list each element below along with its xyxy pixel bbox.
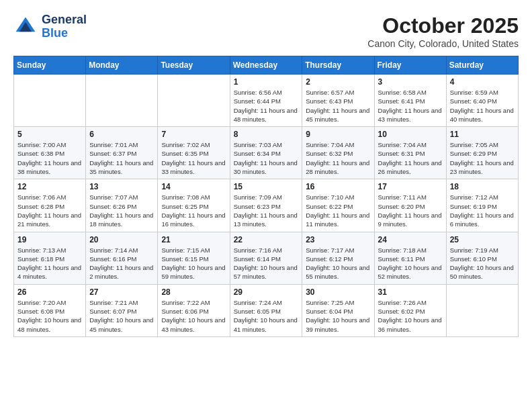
calendar-cell xyxy=(158,75,230,127)
day-number: 31 xyxy=(378,287,443,297)
title-section: October 2025 Canon City, Colorado, Unite… xyxy=(367,13,519,49)
day-number: 11 xyxy=(450,130,515,139)
calendar-cell: 25Sunrise: 7:19 AM Sunset: 6:10 PM Dayli… xyxy=(446,232,518,284)
day-info: Sunrise: 6:56 AM Sunset: 6:44 PM Dayligh… xyxy=(234,88,299,124)
calendar-cell: 21Sunrise: 7:15 AM Sunset: 6:15 PM Dayli… xyxy=(158,232,230,284)
calendar-cell: 15Sunrise: 7:09 AM Sunset: 6:23 PM Dayli… xyxy=(230,179,302,232)
weekday-header: Tuesday xyxy=(158,56,230,75)
logo: General Blue xyxy=(13,13,87,40)
calendar-cell: 13Sunrise: 7:07 AM Sunset: 6:26 PM Dayli… xyxy=(86,179,158,232)
day-number: 30 xyxy=(306,287,370,297)
calendar-cell: 1Sunrise: 6:56 AM Sunset: 6:44 PM Daylig… xyxy=(230,75,302,127)
calendar-cell: 20Sunrise: 7:14 AM Sunset: 6:16 PM Dayli… xyxy=(86,232,158,284)
day-number: 7 xyxy=(161,130,226,139)
calendar-cell: 24Sunrise: 7:18 AM Sunset: 6:11 PM Dayli… xyxy=(374,232,446,284)
day-info: Sunrise: 7:04 AM Sunset: 6:31 PM Dayligh… xyxy=(378,140,443,176)
calendar-cell: 29Sunrise: 7:24 AM Sunset: 6:05 PM Dayli… xyxy=(230,284,302,336)
calendar-cell: 9Sunrise: 7:04 AM Sunset: 6:32 PM Daylig… xyxy=(302,127,374,179)
day-info: Sunrise: 7:00 AM Sunset: 6:38 PM Dayligh… xyxy=(17,140,82,176)
day-number: 29 xyxy=(234,287,299,297)
day-info: Sunrise: 6:57 AM Sunset: 6:43 PM Dayligh… xyxy=(306,88,370,124)
calendar-week-row: 5Sunrise: 7:00 AM Sunset: 6:38 PM Daylig… xyxy=(14,127,519,179)
weekday-header: Saturday xyxy=(446,56,518,75)
day-number: 5 xyxy=(17,130,82,139)
calendar-cell: 23Sunrise: 7:17 AM Sunset: 6:12 PM Dayli… xyxy=(302,232,374,284)
day-info: Sunrise: 7:15 AM Sunset: 6:15 PM Dayligh… xyxy=(161,246,226,281)
day-number: 28 xyxy=(161,287,226,297)
day-info: Sunrise: 7:21 AM Sunset: 6:07 PM Dayligh… xyxy=(89,298,154,334)
calendar-body: 1Sunrise: 6:56 AM Sunset: 6:44 PM Daylig… xyxy=(14,75,519,337)
calendar-cell: 6Sunrise: 7:01 AM Sunset: 6:37 PM Daylig… xyxy=(86,127,158,179)
day-number: 26 xyxy=(17,287,82,297)
day-info: Sunrise: 7:13 AM Sunset: 6:18 PM Dayligh… xyxy=(17,246,82,281)
day-number: 4 xyxy=(450,77,515,87)
day-number: 10 xyxy=(378,130,443,139)
weekday-header: Thursday xyxy=(302,56,374,75)
day-number: 24 xyxy=(378,235,443,244)
day-number: 12 xyxy=(17,182,82,191)
day-info: Sunrise: 7:11 AM Sunset: 6:20 PM Dayligh… xyxy=(378,193,443,228)
day-number: 15 xyxy=(234,182,299,191)
calendar-week-row: 26Sunrise: 7:20 AM Sunset: 6:08 PM Dayli… xyxy=(14,284,519,336)
day-number: 27 xyxy=(89,287,154,297)
calendar-cell: 18Sunrise: 7:12 AM Sunset: 6:19 PM Dayli… xyxy=(446,179,518,232)
day-number: 9 xyxy=(306,130,370,139)
day-info: Sunrise: 7:09 AM Sunset: 6:23 PM Dayligh… xyxy=(234,193,299,228)
day-info: Sunrise: 7:10 AM Sunset: 6:22 PM Dayligh… xyxy=(306,193,370,228)
calendar-cell: 12Sunrise: 7:06 AM Sunset: 6:28 PM Dayli… xyxy=(14,179,86,232)
calendar-week-row: 19Sunrise: 7:13 AM Sunset: 6:18 PM Dayli… xyxy=(14,232,519,284)
location-title: Canon City, Colorado, United States xyxy=(367,38,519,49)
logo-line2: Blue xyxy=(42,27,87,40)
calendar-cell: 22Sunrise: 7:16 AM Sunset: 6:14 PM Dayli… xyxy=(230,232,302,284)
page-header: General Blue October 2025 Canon City, Co… xyxy=(13,13,519,49)
day-number: 13 xyxy=(89,182,154,191)
calendar-cell: 14Sunrise: 7:08 AM Sunset: 6:25 PM Dayli… xyxy=(158,179,230,232)
day-info: Sunrise: 7:08 AM Sunset: 6:25 PM Dayligh… xyxy=(161,193,226,228)
day-number: 2 xyxy=(306,77,370,87)
day-number: 20 xyxy=(89,235,154,244)
day-info: Sunrise: 7:07 AM Sunset: 6:26 PM Dayligh… xyxy=(89,193,154,228)
day-number: 21 xyxy=(161,235,226,244)
day-number: 6 xyxy=(89,130,154,139)
weekday-header: Wednesday xyxy=(230,56,302,75)
day-number: 25 xyxy=(450,235,515,244)
day-info: Sunrise: 7:12 AM Sunset: 6:19 PM Dayligh… xyxy=(450,193,515,228)
calendar-cell xyxy=(14,75,86,127)
calendar-table: SundayMondayTuesdayWednesdayThursdayFrid… xyxy=(13,56,519,337)
day-number: 22 xyxy=(234,235,299,244)
calendar-cell: 4Sunrise: 6:59 AM Sunset: 6:40 PM Daylig… xyxy=(446,75,518,127)
day-info: Sunrise: 6:59 AM Sunset: 6:40 PM Dayligh… xyxy=(450,88,515,124)
calendar-cell: 8Sunrise: 7:03 AM Sunset: 6:34 PM Daylig… xyxy=(230,127,302,179)
day-info: Sunrise: 7:03 AM Sunset: 6:34 PM Dayligh… xyxy=(234,140,299,176)
logo-line1: General xyxy=(42,13,87,27)
day-number: 17 xyxy=(378,182,443,191)
weekday-header: Friday xyxy=(374,56,446,75)
calendar-week-row: 1Sunrise: 6:56 AM Sunset: 6:44 PM Daylig… xyxy=(14,75,519,127)
calendar-cell: 16Sunrise: 7:10 AM Sunset: 6:22 PM Dayli… xyxy=(302,179,374,232)
day-info: Sunrise: 7:25 AM Sunset: 6:04 PM Dayligh… xyxy=(306,298,370,334)
calendar-cell: 2Sunrise: 6:57 AM Sunset: 6:43 PM Daylig… xyxy=(302,75,374,127)
calendar-cell: 19Sunrise: 7:13 AM Sunset: 6:18 PM Dayli… xyxy=(14,232,86,284)
day-info: Sunrise: 6:58 AM Sunset: 6:41 PM Dayligh… xyxy=(378,88,443,124)
day-info: Sunrise: 7:18 AM Sunset: 6:11 PM Dayligh… xyxy=(378,246,443,281)
calendar-cell: 11Sunrise: 7:05 AM Sunset: 6:29 PM Dayli… xyxy=(446,127,518,179)
day-info: Sunrise: 7:04 AM Sunset: 6:32 PM Dayligh… xyxy=(306,140,370,176)
day-number: 14 xyxy=(161,182,226,191)
day-number: 3 xyxy=(378,77,443,87)
day-number: 18 xyxy=(450,182,515,191)
month-title: October 2025 xyxy=(367,13,519,38)
day-info: Sunrise: 7:20 AM Sunset: 6:08 PM Dayligh… xyxy=(17,298,82,334)
day-info: Sunrise: 7:22 AM Sunset: 6:06 PM Dayligh… xyxy=(161,298,226,334)
day-info: Sunrise: 7:17 AM Sunset: 6:12 PM Dayligh… xyxy=(306,246,370,281)
calendar-cell xyxy=(446,284,518,336)
logo-icon xyxy=(13,15,38,39)
calendar-cell: 26Sunrise: 7:20 AM Sunset: 6:08 PM Dayli… xyxy=(14,284,86,336)
day-info: Sunrise: 7:14 AM Sunset: 6:16 PM Dayligh… xyxy=(89,246,154,281)
calendar-cell: 17Sunrise: 7:11 AM Sunset: 6:20 PM Dayli… xyxy=(374,179,446,232)
day-number: 1 xyxy=(234,77,299,87)
day-number: 8 xyxy=(234,130,299,139)
weekday-header-row: SundayMondayTuesdayWednesdayThursdayFrid… xyxy=(14,56,519,75)
day-number: 19 xyxy=(17,235,82,244)
day-info: Sunrise: 7:16 AM Sunset: 6:14 PM Dayligh… xyxy=(234,246,299,281)
day-info: Sunrise: 7:19 AM Sunset: 6:10 PM Dayligh… xyxy=(450,246,515,281)
